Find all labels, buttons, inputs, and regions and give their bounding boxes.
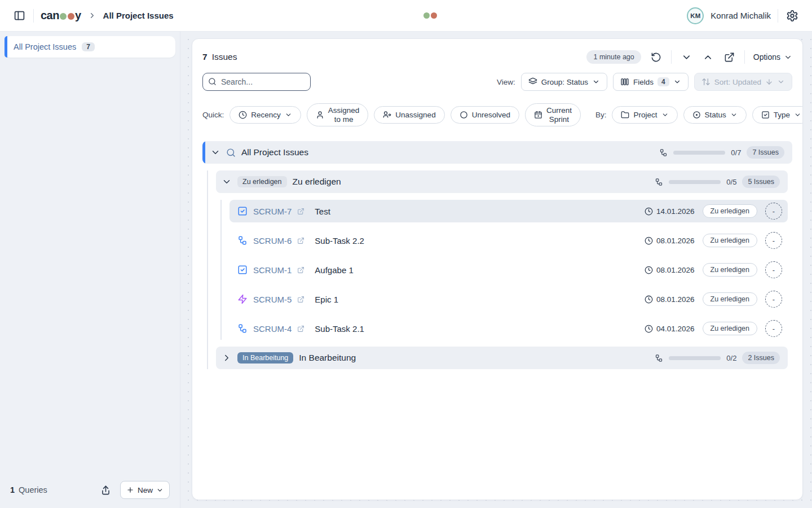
center-green-dot-icon bbox=[423, 12, 430, 19]
group-title: All Project Issues bbox=[241, 147, 308, 157]
external-link-icon[interactable] bbox=[297, 325, 304, 332]
chevron-down-icon bbox=[794, 111, 801, 119]
app-logo[interactable]: cany bbox=[41, 9, 81, 22]
breadcrumb: All Project Issues bbox=[103, 11, 174, 20]
app-root: cany All Project Issues KM Konrad Michal… bbox=[0, 0, 812, 508]
sort-button[interactable]: Sort: Updated bbox=[694, 73, 792, 91]
external-link-icon[interactable] bbox=[297, 237, 304, 244]
filter-project[interactable]: Project bbox=[612, 106, 677, 124]
logo-salmon-dot-icon bbox=[68, 13, 74, 20]
avatar[interactable]: KM bbox=[687, 7, 704, 24]
chevron-down-icon[interactable] bbox=[222, 177, 232, 187]
unassigned-avatar[interactable]: - bbox=[765, 261, 782, 278]
calendar-icon bbox=[534, 111, 542, 119]
unassigned-avatar[interactable]: - bbox=[765, 203, 782, 220]
issue-key-link[interactable]: SCRUM-4 bbox=[253, 324, 292, 334]
status-badge[interactable]: Zu erledigen bbox=[703, 234, 758, 247]
view-label: View: bbox=[497, 78, 515, 86]
filter-assigned-to-me[interactable]: Assigned to me bbox=[307, 103, 369, 126]
filter-type[interactable]: Type bbox=[752, 106, 803, 124]
sidebar-item-all-project-issues[interactable]: All Project Issues 7 bbox=[5, 36, 175, 58]
subtask-icon bbox=[655, 354, 663, 362]
issue-date: 08.01.2026 bbox=[656, 237, 695, 245]
status-badge[interactable]: Zu erledigen bbox=[703, 322, 758, 335]
issue-row-scrum-6[interactable]: SCRUM-6 Sub-Task 2.2 08.01.2026 Zu erled… bbox=[230, 229, 788, 252]
group-by-button[interactable]: Group: Status bbox=[521, 73, 607, 91]
issue-row-scrum-4[interactable]: SCRUM-4 Sub-Task 2.1 04.01.2026 Zu erled… bbox=[230, 317, 788, 340]
fields-button[interactable]: Fields 4 bbox=[613, 73, 689, 91]
group-title: Zu erledigen bbox=[293, 177, 341, 187]
header-divider bbox=[671, 50, 672, 64]
external-link-icon[interactable] bbox=[297, 296, 304, 303]
issue-key-link[interactable]: SCRUM-1 bbox=[253, 265, 292, 275]
refresh-button[interactable] bbox=[650, 51, 663, 64]
chevron-down-icon bbox=[777, 78, 785, 86]
chevron-down-icon bbox=[661, 111, 669, 119]
status-badge[interactable]: Zu erledigen bbox=[703, 263, 758, 277]
last-updated-badge: 1 minute ago bbox=[586, 50, 641, 64]
external-link-icon[interactable] bbox=[297, 208, 304, 215]
sidebar: All Project Issues 7 1 Queries New bbox=[0, 32, 180, 508]
group-accent-bar bbox=[202, 141, 205, 164]
issues-count: 7 bbox=[202, 52, 208, 62]
issue-row-scrum-5[interactable]: SCRUM-5 Epic 1 08.01.2026 Zu erledigen - bbox=[230, 288, 788, 310]
export-button[interactable] bbox=[99, 484, 112, 497]
issue-key-link[interactable]: SCRUM-7 bbox=[253, 207, 292, 216]
clock-icon bbox=[645, 207, 653, 216]
new-query-button[interactable]: New bbox=[120, 481, 170, 499]
issue-row-scrum-1[interactable]: SCRUM-1 Aufgabe 1 08.01.2026 Zu erledige… bbox=[230, 259, 788, 281]
issue-title: Epic 1 bbox=[315, 295, 338, 304]
group-count-badge: 2 Issues bbox=[742, 352, 780, 364]
issue-key-link[interactable]: SCRUM-5 bbox=[253, 295, 292, 304]
chevron-up-icon bbox=[703, 52, 713, 63]
circle-dot-icon bbox=[692, 111, 701, 119]
issue-row-scrum-7[interactable]: SCRUM-7 Test 14.01.2026 Zu erledigen - bbox=[230, 200, 788, 222]
status-badge: In Bearbeitung bbox=[237, 352, 293, 364]
chevron-down-icon[interactable] bbox=[210, 147, 220, 157]
clock-icon bbox=[645, 325, 653, 333]
group-by-label: Group: Status bbox=[541, 78, 588, 86]
filter-label: Current Sprint bbox=[546, 106, 572, 124]
options-button[interactable]: Options bbox=[753, 52, 792, 62]
group-header-zu-erledigen[interactable]: Zu erledigen Zu erledigen 0/5 5 Issues bbox=[216, 170, 788, 193]
external-link-icon[interactable] bbox=[297, 266, 304, 274]
issues-count-label: Issues bbox=[212, 52, 237, 62]
filter-status[interactable]: Status bbox=[683, 106, 747, 124]
search-input[interactable] bbox=[202, 73, 311, 91]
sidebar-item-count-badge: 7 bbox=[82, 42, 95, 51]
open-external-button[interactable] bbox=[723, 51, 736, 64]
filter-current-sprint[interactable]: Current Sprint bbox=[525, 103, 581, 126]
issue-key-link[interactable]: SCRUM-6 bbox=[253, 236, 292, 246]
issue-title: Sub-Task 2.2 bbox=[315, 236, 364, 246]
sidebar-toggle-button[interactable] bbox=[12, 8, 27, 23]
issue-date: 08.01.2026 bbox=[656, 266, 695, 274]
expand-all-button[interactable] bbox=[701, 51, 714, 64]
filter-recency[interactable]: Recency bbox=[230, 106, 301, 124]
clock-icon bbox=[645, 295, 653, 304]
topbar-divider bbox=[33, 9, 34, 23]
topbar-center-logo bbox=[174, 12, 687, 19]
subtask-icon bbox=[237, 235, 248, 246]
checkbox-icon bbox=[761, 111, 770, 119]
chevron-right-icon[interactable] bbox=[222, 353, 232, 363]
filter-unassigned[interactable]: Unassigned bbox=[374, 106, 444, 124]
root-group-header[interactable]: All Project Issues 0/7 7 Issues bbox=[202, 141, 792, 164]
unassigned-avatar[interactable]: - bbox=[765, 232, 782, 249]
issue-title: Test bbox=[315, 207, 330, 216]
panel-left-icon bbox=[14, 10, 25, 21]
sidebar-item-label: All Project Issues bbox=[14, 42, 76, 51]
status-badge[interactable]: Zu erledigen bbox=[703, 204, 758, 218]
progress-text: 0/5 bbox=[726, 178, 736, 186]
filter-unresolved[interactable]: Unresolved bbox=[451, 106, 519, 124]
unassigned-avatar[interactable]: - bbox=[765, 320, 782, 337]
folder-icon bbox=[621, 111, 629, 119]
status-badge[interactable]: Zu erledigen bbox=[703, 292, 758, 306]
unassigned-avatar[interactable]: - bbox=[765, 291, 782, 308]
user-icon bbox=[316, 111, 324, 119]
chevron-down-icon bbox=[673, 78, 681, 86]
settings-button[interactable] bbox=[785, 8, 800, 23]
chevron-down-icon bbox=[156, 487, 164, 494]
collapse-all-button[interactable] bbox=[680, 51, 693, 64]
group-header-in-bearbeitung[interactable]: In Bearbeitung In Bearbeitung 0/2 2 Issu… bbox=[216, 347, 788, 369]
clock-icon bbox=[239, 111, 247, 119]
